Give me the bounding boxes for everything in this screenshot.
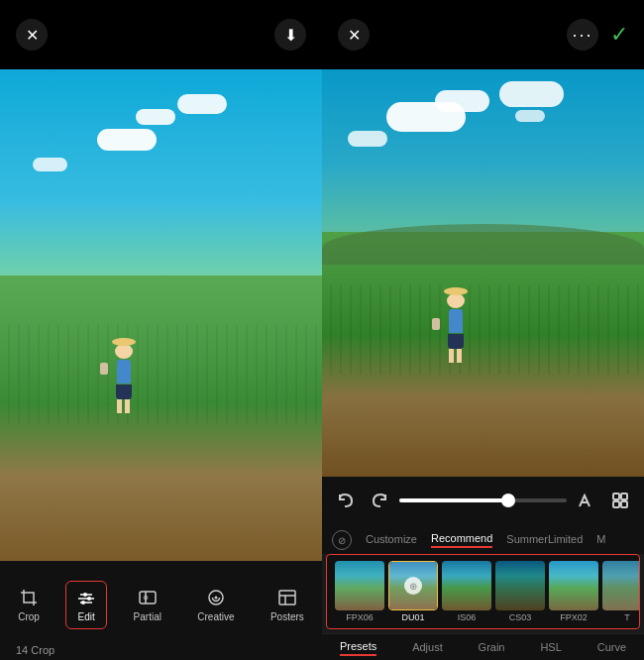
preset-label-is06: IS06 — [458, 612, 477, 622]
preset-cs03[interactable]: CS03 — [495, 561, 545, 622]
right-panel: ✕ ··· ✓ — [322, 0, 644, 660]
svg-rect-18 — [621, 501, 627, 507]
tab-customize[interactable]: Customize — [366, 533, 417, 547]
tool-edit-label: Edit — [78, 611, 95, 622]
left-close-button[interactable]: ✕ — [16, 19, 48, 51]
tool-partial-label: Partial — [134, 611, 161, 622]
right-close-button[interactable]: ✕ — [338, 19, 370, 51]
left-download-button[interactable]: ⬇ — [274, 19, 306, 51]
more-options-button[interactable]: ··· — [567, 19, 598, 51]
tool-posters-label: Posters — [270, 611, 304, 622]
svg-point-8 — [143, 595, 148, 600]
preset-thumb-is06 — [442, 561, 491, 610]
redo-button[interactable] — [366, 487, 393, 514]
left-bottom-label-row: 14 Crop — [0, 640, 322, 660]
left-top-bar: ✕ ⬇ — [0, 0, 322, 69]
tab-summerlimited[interactable]: SummerLimited — [506, 533, 583, 547]
tool-crop[interactable]: Crop — [8, 582, 50, 628]
intensity-slider[interactable] — [399, 498, 567, 502]
tab-curve[interactable]: Curve — [597, 641, 626, 655]
svg-rect-11 — [279, 591, 295, 605]
preset-du01[interactable]: ⊕ DU01 — [388, 561, 438, 622]
preset-label-fpx02: FPX02 — [560, 612, 588, 622]
left-image-area — [0, 69, 322, 561]
tab-hsl[interactable]: HSL — [540, 641, 561, 655]
preset-thumb-fpx06 — [335, 561, 384, 610]
preset-thumb-t — [602, 561, 640, 610]
tab-grain[interactable]: Grain — [479, 641, 505, 655]
svg-point-3 — [83, 593, 87, 597]
preset-label-fpx06: FPX06 — [346, 612, 374, 622]
preset-filter-tabs: ⊘ Customize Recommend SummerLimited M — [322, 524, 644, 554]
tool-posters[interactable]: Posters — [261, 582, 314, 628]
tab-m[interactable]: M — [596, 533, 605, 547]
edit-icon — [76, 588, 96, 607]
right-photo — [322, 69, 644, 477]
bottom-tabs: Presets Adjust Grain HSL Curve — [322, 633, 644, 660]
svg-rect-17 — [613, 501, 619, 507]
layers-button[interactable] — [606, 487, 634, 514]
preset-thumb-fpx02 — [549, 561, 598, 610]
tool-crop-label: Crop — [18, 611, 40, 622]
preset-strip: FPX06 ⊕ DU01 IS06 — [326, 554, 640, 629]
preset-fpx02[interactable]: FPX02 — [549, 561, 598, 622]
left-photo — [0, 69, 322, 561]
tool-creative-label: Creative — [197, 611, 234, 622]
tool-edit[interactable]: Edit — [65, 581, 107, 629]
undo-button[interactable] — [332, 487, 360, 514]
tool-partial[interactable]: Partial — [124, 582, 171, 628]
right-image-area — [322, 69, 644, 477]
preset-is06[interactable]: IS06 — [442, 561, 491, 622]
preset-thumb-du01: ⊕ — [388, 561, 438, 610]
right-bottom-area: ⊘ Customize Recommend SummerLimited M FP… — [322, 477, 644, 660]
preset-label-du01: DU01 — [401, 612, 424, 622]
tab-presets[interactable]: Presets — [340, 640, 376, 656]
preset-label-cs03: CS03 — [509, 612, 532, 622]
confirm-button[interactable]: ✓ — [610, 22, 628, 48]
partial-icon — [138, 588, 158, 607]
tool-creative[interactable]: Creative — [187, 582, 244, 628]
svg-rect-16 — [621, 494, 627, 499]
selected-preset-indicator: ⊕ — [404, 577, 422, 595]
preset-t[interactable]: T — [602, 561, 640, 622]
posters-icon — [277, 588, 297, 607]
right-top-bar: ✕ ··· ✓ — [322, 0, 644, 69]
svg-point-10 — [214, 596, 217, 599]
creative-icon — [206, 588, 226, 607]
preset-fpx06[interactable]: FPX06 — [335, 561, 384, 622]
slider-bar-area — [322, 477, 644, 524]
svg-point-4 — [87, 597, 91, 601]
erase-button[interactable] — [573, 487, 600, 514]
preset-label-t: T — [624, 612, 630, 622]
tab-recommend[interactable]: Recommend — [431, 532, 492, 548]
left-bottom-bar: Crop Edit — [0, 561, 322, 660]
crop-count-label: 14 Crop — [16, 644, 54, 656]
left-tools: Crop Edit — [0, 561, 322, 640]
preset-thumb-cs03 — [495, 561, 545, 610]
crop-icon — [19, 588, 39, 607]
tab-adjust[interactable]: Adjust — [412, 641, 443, 655]
svg-point-5 — [81, 601, 85, 605]
left-panel: ✕ ⬇ — [0, 0, 322, 660]
svg-rect-15 — [613, 494, 619, 499]
